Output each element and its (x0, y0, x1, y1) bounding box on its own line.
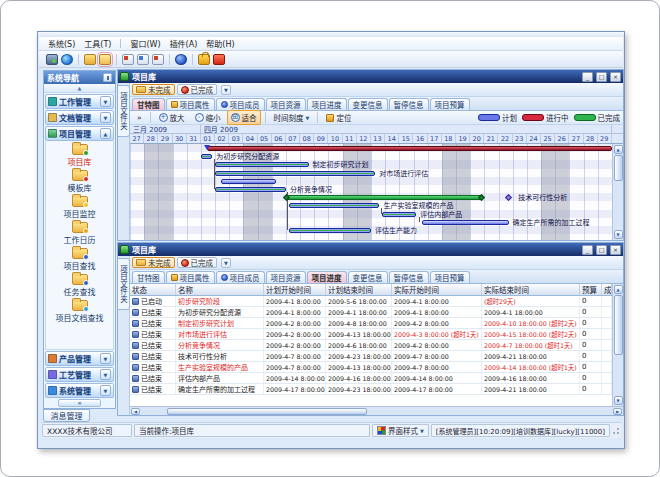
filter-finished-button[interactable]: 已完成 (177, 84, 218, 95)
scroll-down-icon[interactable]: ▼ (614, 396, 623, 405)
tab[interactable]: 项目进度 (307, 271, 347, 283)
tab[interactable]: 变更信息 (348, 271, 388, 283)
scroll-thumb[interactable] (614, 295, 623, 355)
chevron-down-icon[interactable]: ▼ (100, 385, 111, 396)
logout-icon[interactable] (213, 54, 225, 65)
sidebar-item[interactable]: 项目库 (68, 144, 92, 167)
sidebar-group[interactable]: 产品管理▼ (45, 351, 114, 366)
sidebar-group[interactable]: 文档管理▼ (45, 110, 114, 125)
scroll-thumb[interactable] (614, 155, 623, 181)
tab[interactable]: 暂停信息 (389, 271, 429, 283)
tab[interactable]: 项目预算 (430, 98, 470, 110)
table-row[interactable]: 已结束分析竞争情况2009-4-2 8:00:002009-4-6 18:00:… (130, 340, 612, 351)
resize-grip[interactable] (612, 426, 620, 436)
tab[interactable]: 甘特图 (132, 271, 165, 283)
chevron-down-icon[interactable]: ▼ (100, 353, 111, 364)
scroll-up-icon[interactable]: ▲ (614, 145, 623, 154)
column-header[interactable]: 实际结束时间 (482, 284, 580, 295)
scroll-up-icon[interactable]: ▲ (614, 285, 623, 294)
zoom-out-button[interactable]: -缩小 (191, 110, 225, 125)
timescale-button[interactable]: 时间刻度▼ (270, 110, 314, 125)
chevron-up-icon[interactable]: ▲ (100, 128, 111, 139)
filter-unfinished-button[interactable]: 未完成 (132, 257, 175, 268)
column-header[interactable]: 状态 (130, 284, 176, 295)
table-row[interactable]: 已结束制定初步研究计划2009-4-2 8:00:002009-4-8 18:0… (130, 318, 612, 329)
chevron-down-icon[interactable]: ▼ (100, 369, 111, 380)
column-header[interactable]: 名称 (176, 284, 264, 295)
close-button[interactable]: × (610, 245, 621, 255)
mail-icon[interactable] (122, 54, 134, 65)
monitor-icon[interactable] (46, 54, 58, 65)
minimize-button[interactable]: _ (582, 72, 593, 82)
sidebar-item[interactable]: 工作日历 (64, 222, 96, 245)
pin-icon[interactable] (103, 73, 112, 82)
gantt-bar[interactable] (215, 171, 375, 176)
tab[interactable]: 项目资源 (266, 98, 306, 110)
tab[interactable]: 项目成员 (216, 271, 265, 283)
gantt-bar[interactable] (201, 154, 212, 159)
folder-open-icon[interactable] (99, 54, 111, 65)
close-button[interactable]: × (610, 72, 621, 82)
sidebar-overflow-button[interactable]: ≡ (58, 399, 101, 407)
table-row[interactable]: 已结束评估内部产品2009-4-14 8:00:002009-4-16 18:0… (130, 373, 612, 384)
table-row[interactable]: 已结束对市场进行评估2009-4-2 8:00:002009-4-13 18:0… (130, 329, 612, 340)
globe-icon[interactable] (61, 54, 73, 65)
mail-report-icon[interactable] (137, 54, 149, 65)
gantt-bar[interactable] (215, 162, 309, 167)
scroll-thumb[interactable] (167, 408, 367, 415)
scroll-down-icon[interactable]: ▼ (614, 230, 623, 239)
tab[interactable]: 项目属性 (166, 98, 215, 110)
tab[interactable]: 变更信息 (348, 98, 388, 110)
table-row[interactable]: 已结束为初步研究分配资源2009-4-1 8:00:002009-4-1 18:… (130, 307, 612, 318)
sidebar-item[interactable]: 项目文档查找 (56, 300, 104, 323)
filter-finished-button[interactable]: 已完成 (177, 257, 218, 268)
sidebar-item[interactable]: 项目查找 (64, 248, 96, 271)
help-icon[interactable] (175, 54, 187, 65)
tab[interactable]: 暂停信息 (389, 98, 429, 110)
gantt-chart[interactable]: 为初步研究分配资源制定初步研究计划对市场进行评估分析竞争情况技术可行性分析生产实… (130, 144, 612, 240)
sidebar-collapse-button[interactable]: ▲ (44, 84, 115, 93)
column-header[interactable]: 计划开始时间 (264, 284, 326, 295)
filter-unfinished-button[interactable]: 未完成 (132, 84, 175, 95)
gantt-bar[interactable] (289, 228, 371, 233)
chevron-down-icon[interactable]: ▼ (221, 85, 231, 95)
table-row[interactable]: 已结束生产实验室规模的产品2009-4-7 8:00:002009-4-13 1… (130, 362, 612, 373)
menu-item[interactable]: 帮助(H) (206, 38, 234, 49)
gantt-vertical-scrollbar[interactable]: ▲ ▼ (612, 144, 623, 240)
chevron-down-icon[interactable]: ▼ (100, 112, 111, 123)
scroll-left-icon[interactable]: ◀ (131, 408, 140, 415)
table-vertical-scrollbar[interactable]: ▲ ▼ (612, 284, 623, 406)
column-header[interactable]: 预算 (580, 284, 602, 295)
lock-icon[interactable] (198, 54, 210, 65)
chevron-down-icon[interactable]: ▼ (221, 258, 231, 268)
mail-alert-icon[interactable] (152, 54, 164, 65)
sidebar-group[interactable]: 工艺管理▼ (45, 367, 114, 382)
menu-item[interactable]: 工具(T) (84, 38, 111, 49)
gantt-bar[interactable] (422, 220, 508, 225)
project-folders-vertical-tab[interactable]: 项目文件夹 (118, 258, 130, 310)
gantt-bar[interactable] (215, 187, 286, 192)
column-header[interactable]: 成 (602, 284, 612, 295)
locate-button[interactable]: 定位 (322, 110, 355, 125)
tab[interactable]: 项目成员 (216, 98, 265, 110)
ui-style-button[interactable]: 界面样式 ▼ (372, 424, 429, 437)
gantt-bar[interactable] (382, 212, 416, 217)
maximize-button[interactable]: □ (596, 245, 607, 255)
menu-item[interactable]: 系统(S) (48, 38, 75, 49)
scroll-right-icon[interactable]: ▶ (613, 408, 622, 415)
gantt-bar[interactable] (289, 203, 380, 208)
more-tools-button[interactable]: » (133, 111, 146, 124)
minimize-button[interactable]: _ (582, 245, 593, 255)
panel-title-bar[interactable]: 项目库 _ □ × (118, 70, 623, 83)
column-header[interactable]: 实际开始时间 (392, 284, 482, 295)
sidebar-group-project[interactable]: 项目管理 ▲ (45, 126, 114, 141)
gantt-bar[interactable] (286, 195, 482, 200)
column-header[interactable]: 计划结束时间 (326, 284, 392, 295)
folder-icon[interactable] (84, 54, 96, 65)
sidebar-item[interactable]: 项目监控 (64, 196, 96, 219)
sidebar-group[interactable]: 工作管理▼ (45, 94, 114, 109)
table-row[interactable]: 已启动初步研究阶段2009-4-1 8:00:002009-5-6 18:00:… (130, 296, 612, 307)
gantt-bar[interactable] (221, 179, 276, 184)
tab[interactable]: 甘特图 (132, 98, 165, 110)
tab[interactable]: 项目属性 (166, 271, 215, 283)
